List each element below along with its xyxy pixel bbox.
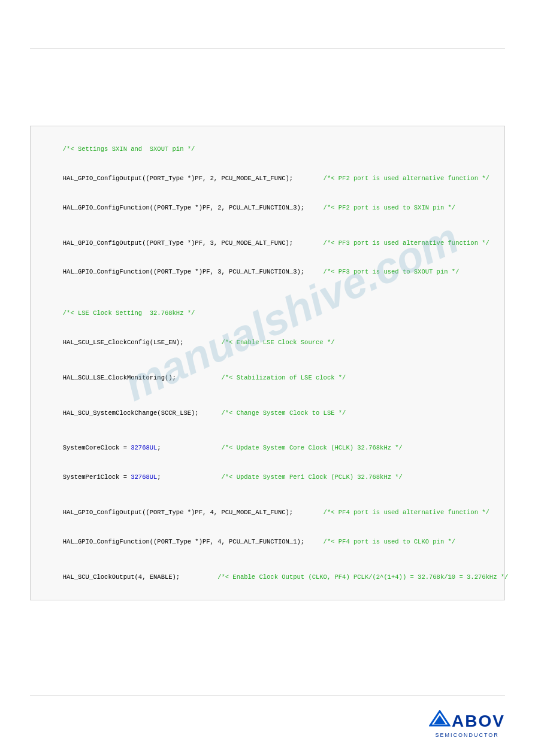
code-line-10: SystemCoreClock = 32768UL; /*< Update Sy… [40,433,495,463]
page-container: /*< Settings SXIN and SXOUT pin */ HAL_G… [0,0,535,756]
code-spacer [40,357,495,363]
code-line-11: SystemPeriClock = 32768UL; /*< Update Sy… [40,463,495,492]
top-divider [30,48,505,48]
code-text: HAL_GPIO_ConfigFunction((PORT_Type *)PF,… [63,538,324,545]
code-number: 32768UL [131,473,157,481]
logo-area: ABOV SEMICONDUCTOR [429,710,505,738]
code-comment: /*< Update System Peri Clock (PCLK) 32.7… [221,473,402,481]
code-comment: /*< LSE Clock Setting 32.768kHz */ [63,309,195,317]
code-block: /*< Settings SXIN and SXOUT pin */ HAL_G… [30,126,505,600]
code-spacer [40,222,495,228]
code-spacer [40,556,495,562]
code-text: HAL_GPIO_ConfigOutput((PORT_Type *)PF, 3… [63,239,324,247]
code-text: HAL_SCU_ClockOutput(4, ENABLE); [63,573,217,581]
code-line-4: HAL_GPIO_ConfigOutput((PORT_Type *)PF, 3… [40,228,495,257]
bottom-divider [30,696,505,696]
code-comment: /*< PF3 port is used to SXOUT pin */ [324,268,460,275]
code-spacer [40,392,495,398]
code-text: HAL_GPIO_ConfigFunction((PORT_Type *)PF,… [63,204,324,211]
code-comment: /*< Enable LSE Clock Source */ [221,339,334,346]
code-text: ; [157,473,221,481]
code-spacer [40,293,495,299]
code-text: HAL_GPIO_ConfigOutput((PORT_Type *)PF, 4… [63,509,324,516]
logo-container: ABOV SEMICONDUCTOR [429,710,505,738]
code-text: SystemPeriClock = [63,473,131,481]
code-comment: /*< Update System Core Clock (HCLK) 32.7… [221,444,402,451]
code-line-2: HAL_GPIO_ConfigOutput((PORT_Type *)PF, 2… [40,164,495,193]
code-comment: /*< PF2 port is used to SXIN pin */ [324,204,456,211]
code-comment: /*< Change System Clock to LSE */ [221,409,346,417]
logo-abov-text: ABOV [452,712,505,731]
code-line-5: HAL_GPIO_ConfigFunction((PORT_Type *)PF,… [40,257,495,287]
code-comment: /*< PF3 port is used alternative functio… [324,239,489,247]
code-number: 32768UL [131,444,157,451]
code-line-7: HAL_SCU_LSE_ClockConfig(LSE_EN); /*< Ena… [40,328,495,357]
code-line-9: HAL_SCU_SystemClockChange(SCCR_LSE); /*<… [40,398,495,427]
code-line-12: HAL_GPIO_ConfigOutput((PORT_Type *)PF, 4… [40,498,495,527]
code-comment: /*< PF4 port is used alternative functio… [324,509,489,516]
code-comment: /*< PF4 port is used to CLKO pin */ [324,538,456,545]
code-comment: /*< Settings SXIN and SXOUT pin */ [63,145,195,153]
code-line-1: /*< Settings SXIN and SXOUT pin */ [40,135,495,164]
code-line-8: HAL_SCU_LSE_ClockMonitoring(); /*< Stabi… [40,363,495,393]
logo-triangle-icon [429,710,451,727]
code-comment: /*< PF2 port is used alternative functio… [324,175,489,182]
code-text: HAL_SCU_LSE_ClockMonitoring(); [63,374,222,381]
code-spacer [40,287,495,293]
code-text: HAL_SCU_SystemClockChange(SCCR_LSE); [63,409,222,417]
code-text: ; [157,444,221,451]
code-line-13: HAL_GPIO_ConfigFunction((PORT_Type *)PF,… [40,527,495,557]
code-text: HAL_GPIO_ConfigOutput((PORT_Type *)PF, 2… [63,175,324,182]
code-comment: /*< Enable Clock Output (CLKO, PF4) PCLK… [217,573,508,581]
code-comment: /*< Stabilization of LSE clock */ [221,374,346,381]
code-text: HAL_SCU_LSE_ClockConfig(LSE_EN); [63,339,222,346]
code-spacer [40,427,495,433]
logo-text-row: ABOV [429,710,505,731]
logo-semiconductor-text: SEMICONDUCTOR [435,732,498,738]
code-line-3: HAL_GPIO_ConfigFunction((PORT_Type *)PF,… [40,193,495,223]
code-text: SystemCoreClock = [63,444,131,451]
code-spacer [40,492,495,498]
code-line-14: HAL_SCU_ClockOutput(4, ENABLE); /*< Enab… [40,562,495,591]
code-line-6: /*< LSE Clock Setting 32.768kHz */ [40,299,495,328]
code-text: HAL_GPIO_ConfigFunction((PORT_Type *)PF,… [63,268,324,275]
